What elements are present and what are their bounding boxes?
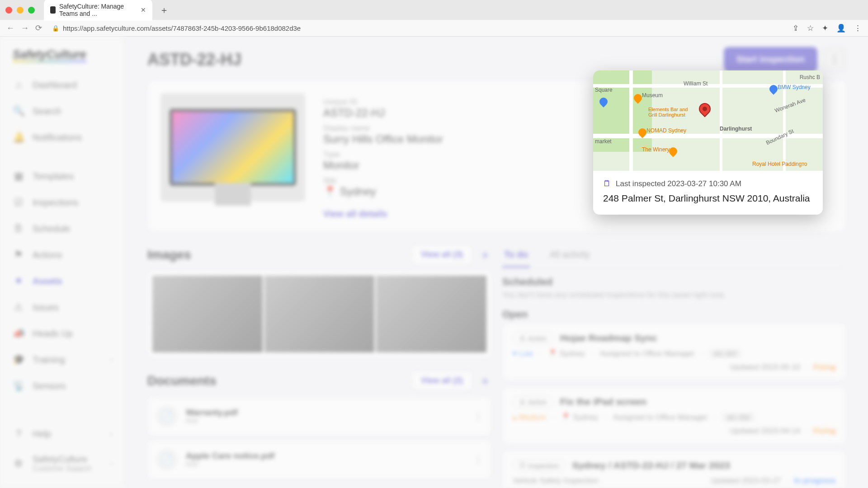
address-text: 248 Palmer St, Darlinghurst NSW 2010, Au… — [603, 192, 813, 205]
type-value: Monitor — [323, 159, 443, 172]
sidebar-item-notifications[interactable]: 🔔Notifications — [0, 124, 125, 150]
assigned-text: Assigned to Office Manager — [613, 413, 708, 422]
close-window-icon[interactable] — [5, 7, 12, 14]
sidebar-item-headsup[interactable]: 📣Heads Up — [0, 320, 125, 347]
documents-view-all-link[interactable]: View all (2) — [411, 371, 472, 390]
app-logo: SafetyCulture — [0, 44, 125, 72]
type-label: Type — [323, 150, 443, 159]
asset-image — [160, 93, 305, 202]
assigned-text: Assigned to Office Manager — [600, 349, 694, 358]
inspection-card[interactable]: ☑ Inspection Sydney / ASTD-22-HJ / 27 Ma… — [502, 450, 846, 488]
browser-tab[interactable]: SafetyCulture: Manage Teams and ... ✕ — [44, 0, 152, 21]
view-all-details-link[interactable]: View all details — [323, 209, 387, 219]
share-icon[interactable]: ⇪ — [793, 23, 799, 33]
help-icon: ? — [13, 428, 24, 440]
profile-icon[interactable]: 👤 — [836, 23, 846, 33]
bookmark-icon[interactable]: ☆ — [807, 23, 814, 33]
map-label: Museum — [642, 92, 663, 99]
window-controls — [5, 7, 35, 14]
reload-button[interactable]: ⟳ — [35, 23, 42, 33]
site-text: 📍 Sydney — [548, 349, 585, 358]
documents-heading: Documents — [147, 374, 216, 388]
sidebar-item-assets[interactable]: ✦Assets — [0, 268, 125, 294]
sidebar-item-training[interactable]: 🎓Training› — [0, 347, 125, 373]
search-icon: 🔍 — [13, 105, 24, 117]
tab-todo[interactable]: To do — [502, 245, 530, 267]
action-title: Hojae Roadmap Sync — [560, 333, 657, 343]
sidebar-item-search[interactable]: 🔍Search — [0, 98, 125, 124]
updated-text: Updated 2023-04-14 — [730, 427, 800, 436]
action-card[interactable]: ◎ Action Hojae Roadmap Sync ▾ Low· 📍 Syd… — [502, 323, 846, 380]
document-more-button[interactable]: ⋮ — [474, 411, 483, 422]
add-image-button[interactable]: ＋ — [479, 246, 491, 263]
sidebar-item-actions[interactable]: ⚑Actions — [0, 242, 125, 268]
pdf-icon: 📄 — [156, 449, 178, 470]
tab-title: SafetyCulture: Manage Teams and ... — [59, 3, 137, 17]
chevron-right-icon: › — [110, 430, 113, 438]
image-thumbnail[interactable] — [264, 276, 375, 352]
sidebar-item-dashboard[interactable]: ⌂Dashboard — [0, 72, 125, 98]
image-gallery[interactable] — [147, 271, 491, 357]
updated-text: Updated 2023-05-10 — [730, 363, 800, 372]
action-card[interactable]: ◎ Action Fix the iPad screen ▴ Medium· 📍… — [502, 387, 846, 444]
display-name-value: Surry Hills Office Monitor — [323, 133, 443, 145]
bell-icon: 🔔 — [13, 131, 24, 143]
tab-all-activity[interactable]: All activity — [548, 245, 592, 267]
image-thumbnail[interactable] — [376, 276, 486, 352]
forward-button[interactable]: → — [21, 23, 29, 33]
inspection-subtitle: Vehicle Safety Inspection — [513, 476, 599, 485]
status-badge: In progress — [794, 476, 836, 485]
back-button[interactable]: ← — [6, 23, 14, 33]
minimize-window-icon[interactable] — [17, 7, 24, 14]
extensions-icon[interactable]: ✦ — [822, 23, 828, 33]
location-popover: William St Museum Elements Bar and Grill… — [593, 70, 823, 215]
action-code: AC-297 — [709, 349, 741, 358]
training-icon: 🎓 — [13, 354, 24, 366]
status-badge: Fixing — [813, 363, 836, 372]
address-bar[interactable]: 🔒 https://app.safetyculture.com/assets/7… — [48, 23, 786, 34]
document-more-button[interactable]: ⋮ — [474, 454, 483, 465]
sidebar-item-help[interactable]: ?Help› — [0, 421, 125, 447]
sidebar-item-issues[interactable]: ⚠Issues — [0, 294, 125, 320]
sidebar-item-sensors[interactable]: 📡Sensors — [0, 373, 125, 399]
display-name-label: Display name — [323, 124, 443, 133]
templates-icon: ▦ — [13, 170, 24, 182]
pdf-icon: 📄 — [156, 405, 178, 427]
sidebar-item-inspections[interactable]: ☑Inspections — [0, 189, 125, 216]
map-preview[interactable]: William St Museum Elements Bar and Grill… — [593, 70, 823, 171]
action-chip: ◎ Action — [513, 332, 554, 344]
priority-badge: ▾ Low — [513, 349, 533, 358]
assets-icon: ✦ — [13, 275, 24, 287]
map-label: BMW Sydney — [778, 84, 811, 90]
sidebar-item-support[interactable]: ⚙SafetyCultureCustomer Support› — [0, 447, 125, 480]
megaphone-icon: 📣 — [13, 328, 24, 339]
action-chip: ◎ Action — [513, 395, 554, 408]
last-inspected-text: Last inspected 2023-03-27 10:30 AM — [616, 179, 741, 188]
url-text: https://app.safetyculture.com/assets/748… — [63, 24, 301, 32]
tab-close-icon[interactable]: ✕ — [141, 6, 146, 14]
lock-icon: 🔒 — [52, 25, 59, 32]
map-label: Royal Hotel Paddingто — [752, 161, 807, 167]
add-document-button[interactable]: ＋ — [479, 372, 491, 389]
sidebar-item-schedule[interactable]: 🗓Schedule — [0, 216, 125, 242]
start-inspection-button[interactable]: Start inspection — [724, 47, 817, 72]
scheduled-empty-text: You don't have any scheduled inspections… — [502, 291, 846, 300]
map-pin-icon — [697, 101, 713, 117]
activity-tabs: To do All activity — [502, 245, 846, 268]
images-heading: Images — [147, 248, 191, 262]
more-actions-button[interactable]: ⋮ — [823, 47, 846, 72]
page-title: ASTD-22-HJ — [147, 50, 241, 69]
menu-icon[interactable]: ⋮ — [854, 23, 862, 33]
image-thumbnail[interactable] — [152, 276, 263, 352]
favicon-icon — [50, 6, 56, 14]
home-icon: ⌂ — [13, 79, 24, 91]
sidebar-item-templates[interactable]: ▦Templates — [0, 163, 125, 189]
document-row[interactable]: 📄 Apple Care notice.pdfPDF ⋮ — [147, 440, 491, 479]
maximize-window-icon[interactable] — [28, 7, 35, 14]
map-label: Wonerah Ave — [774, 97, 807, 114]
new-tab-button[interactable]: ＋ — [156, 4, 172, 16]
images-view-all-link[interactable]: View all (3) — [411, 245, 472, 264]
document-row[interactable]: 📄 Warranty.pdfPDF ⋮ — [147, 397, 491, 436]
gear-icon: ⚙ — [13, 458, 24, 469]
unique-id-value: ASTD-22-HJ — [323, 107, 443, 119]
